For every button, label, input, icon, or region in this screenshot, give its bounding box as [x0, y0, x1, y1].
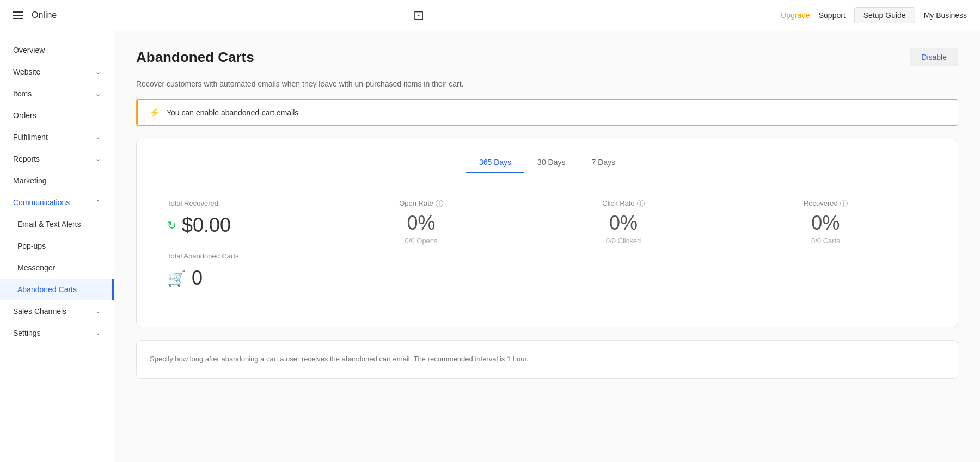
total-abandoned-label: Total Abandoned Carts [167, 252, 284, 260]
setup-guide-button[interactable]: Setup Guide [854, 7, 915, 23]
recovered-value: 0% [804, 212, 848, 235]
chevron-up-icon: ⌃ [95, 199, 101, 206]
click-rate-info-icon[interactable]: i [637, 200, 645, 207]
chevron-down-icon: ⌄ [95, 307, 101, 315]
click-rate-sub: 0/0 Clicked [602, 237, 644, 245]
chevron-down-icon: ⌄ [95, 90, 101, 97]
hamburger-menu[interactable] [13, 11, 23, 19]
tab-365days[interactable]: 365 Days [466, 152, 524, 173]
disable-button[interactable]: Disable [910, 48, 958, 66]
sidebar-item-fulfillment[interactable]: Fulfillment ⌄ [0, 126, 114, 148]
total-abandoned-value-row: 🛒 0 [167, 267, 284, 289]
sidebar-item-communications[interactable]: Communications ⌃ [0, 192, 114, 213]
my-business-link[interactable]: My Business [924, 11, 967, 20]
recovered-metric: Recovered i 0% 0/0 Carts [791, 199, 861, 305]
sidebar-item-reports[interactable]: Reports ⌄ [0, 148, 114, 170]
recovered-label: Recovered i [804, 199, 848, 207]
open-rate-label: Open Rate i [399, 199, 443, 207]
top-navigation: Online ⊡ Upgrade Support Setup Guide My … [0, 0, 980, 30]
stat-left-panel: Total Recovered ↻ $0.00 Total Abandoned … [150, 190, 302, 313]
sidebar-item-overview[interactable]: Overview [0, 39, 114, 61]
bottom-card: Specify how long after abandoning a cart… [136, 340, 958, 379]
total-recovered-value: $0.00 [182, 214, 231, 237]
alert-banner: ⚡ You can enable abandoned-cart emails [136, 99, 958, 126]
main-content: Abandoned Carts Disable Recover customer… [114, 30, 980, 462]
click-rate-label: Click Rate i [602, 199, 644, 207]
alert-text: You can enable abandoned-cart emails [167, 108, 298, 117]
total-recovered-section: Total Recovered ↻ $0.00 [167, 199, 284, 237]
sidebar: Overview Website ⌄ Items ⌄ Orders Fulfil… [0, 30, 114, 462]
total-abandoned-section: Total Abandoned Carts 🛒 0 [167, 252, 284, 289]
sidebar-item-settings[interactable]: Settings ⌄ [0, 322, 114, 344]
page-title: Abandoned Carts [136, 49, 254, 66]
stats-card: 365 Days 30 Days 7 Days Total Recovered … [136, 139, 958, 327]
sidebar-item-abandoned-carts[interactable]: Abandoned Carts [0, 279, 114, 300]
open-rate-sub: 0/0 Opens [399, 237, 443, 245]
chevron-down-icon: ⌄ [95, 155, 101, 163]
sidebar-item-popups[interactable]: Pop-ups [0, 235, 114, 257]
recovered-info-icon[interactable]: i [840, 200, 848, 207]
sidebar-item-website[interactable]: Website ⌄ [0, 61, 114, 83]
cart-icon: 🛒 [167, 269, 186, 287]
sidebar-item-sales-channels[interactable]: Sales Channels ⌄ [0, 300, 114, 322]
refresh-icon: ↻ [167, 219, 176, 232]
total-recovered-value-row: ↻ $0.00 [167, 214, 284, 237]
stat-right-panel: Open Rate i 0% 0/0 Opens Click Rate i 0%… [302, 190, 945, 313]
nav-left: Online [13, 10, 57, 20]
bottom-card-text: Specify how long after abandoning a cart… [150, 354, 945, 365]
sidebar-item-messenger[interactable]: Messenger [0, 257, 114, 279]
chevron-down-icon: ⌄ [95, 133, 101, 141]
stats-grid: Total Recovered ↻ $0.00 Total Abandoned … [150, 190, 945, 313]
tab-bar: 365 Days 30 Days 7 Days [150, 152, 945, 173]
recovered-sub: 0/0 Carts [804, 237, 848, 245]
upgrade-link[interactable]: Upgrade [781, 11, 810, 20]
logo-icon: ⊡ [413, 8, 424, 23]
total-recovered-label: Total Recovered [167, 199, 284, 207]
app-name: Online [32, 10, 57, 20]
click-rate-value: 0% [602, 212, 644, 235]
click-rate-metric: Click Rate i 0% 0/0 Clicked [589, 199, 657, 305]
main-layout: Overview Website ⌄ Items ⌄ Orders Fulfil… [0, 30, 980, 462]
chevron-down-icon: ⌄ [95, 329, 101, 337]
open-rate-metric: Open Rate i 0% 0/0 Opens [386, 199, 456, 305]
sidebar-item-orders[interactable]: Orders [0, 104, 114, 126]
sidebar-item-email-text[interactable]: Email & Text Alerts [0, 213, 114, 235]
tab-30days[interactable]: 30 Days [524, 152, 578, 173]
open-rate-info-icon[interactable]: i [436, 200, 443, 207]
total-abandoned-value: 0 [192, 267, 203, 289]
chevron-down-icon: ⌄ [95, 68, 101, 76]
sidebar-item-marketing[interactable]: Marketing [0, 170, 114, 192]
lightning-icon: ⚡ [149, 107, 160, 118]
support-link[interactable]: Support [819, 11, 846, 20]
open-rate-value: 0% [399, 212, 443, 235]
nav-right: Upgrade Support Setup Guide My Business [781, 7, 967, 23]
page-header: Abandoned Carts Disable [136, 48, 958, 66]
sidebar-item-items[interactable]: Items ⌄ [0, 83, 114, 104]
page-description: Recover customers with automated emails … [136, 79, 958, 88]
tab-7days[interactable]: 7 Days [578, 152, 628, 173]
